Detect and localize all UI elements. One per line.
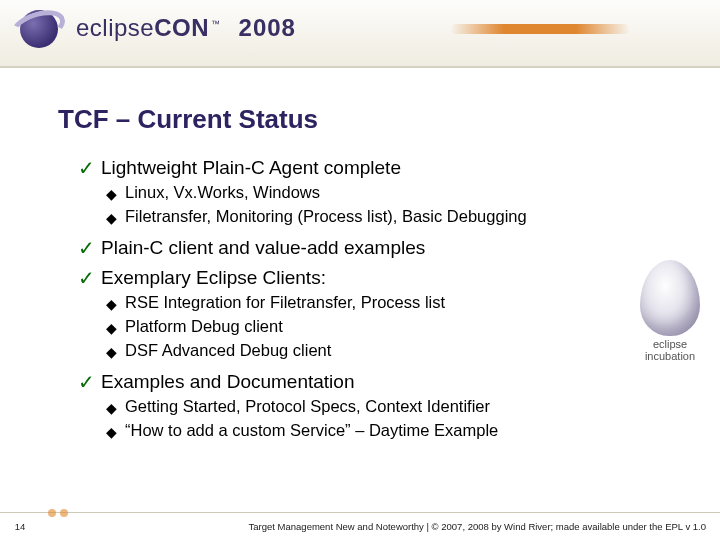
diamond-icon: ◆ bbox=[106, 421, 117, 443]
bullet-text: “How to add a custom Service” – Daytime … bbox=[125, 421, 498, 440]
bullet-l1: ✓ Exemplary Eclipse Clients: bbox=[78, 267, 638, 289]
diamond-icon: ◆ bbox=[106, 317, 117, 339]
slide-footer: 14 Target Management New and Noteworthy … bbox=[0, 512, 720, 540]
bullet-l1: ✓ Plain-C client and value-add examples bbox=[78, 237, 638, 259]
bullet-text: DSF Advanced Debug client bbox=[125, 341, 331, 360]
bullet-text: Filetransfer, Monitoring (Process list),… bbox=[125, 207, 527, 226]
logo-text-plain: eclipse bbox=[76, 14, 154, 41]
bullet-text: Exemplary Eclipse Clients: bbox=[101, 267, 326, 289]
badge-text: eclipse bbox=[634, 338, 706, 350]
slide-title: TCF – Current Status bbox=[58, 104, 720, 135]
diamond-icon: ◆ bbox=[106, 293, 117, 315]
checkmark-icon: ✓ bbox=[78, 371, 95, 393]
trademark-symbol: ™ bbox=[211, 19, 221, 29]
eclipsecon-logo: eclipseCON™ 2008 bbox=[14, 4, 296, 52]
bullet-l2: ◆ RSE Integration for Filetransfer, Proc… bbox=[106, 293, 638, 315]
logo-text-bold: CON bbox=[154, 14, 209, 41]
badge-text: incubation bbox=[634, 350, 706, 362]
slide-header: eclipseCON™ 2008 bbox=[0, 0, 720, 68]
checkmark-icon: ✓ bbox=[78, 157, 95, 179]
bullet-text: Examples and Documentation bbox=[101, 371, 354, 393]
bullet-text: Getting Started, Protocol Specs, Context… bbox=[125, 397, 490, 416]
diamond-icon: ◆ bbox=[106, 341, 117, 363]
bullet-text: Plain-C client and value-add examples bbox=[101, 237, 425, 259]
diamond-icon: ◆ bbox=[106, 397, 117, 419]
diamond-icon: ◆ bbox=[106, 207, 117, 229]
checkmark-icon: ✓ bbox=[78, 237, 95, 259]
bullet-text: Lightweight Plain-C Agent complete bbox=[101, 157, 401, 179]
diamond-icon: ◆ bbox=[106, 183, 117, 205]
bullet-l2: ◆ DSF Advanced Debug client bbox=[106, 341, 638, 363]
incubation-badge: eclipse incubation bbox=[634, 260, 706, 362]
bullet-l2: ◆ Platform Debug client bbox=[106, 317, 638, 339]
bullet-l2: ◆ Filetransfer, Monitoring (Process list… bbox=[106, 207, 638, 229]
bullet-l1: ✓ Lightweight Plain-C Agent complete bbox=[78, 157, 638, 179]
bullet-l2: ◆ Getting Started, Protocol Specs, Conte… bbox=[106, 397, 638, 419]
logo-text: eclipseCON™ bbox=[76, 14, 221, 42]
egg-icon bbox=[640, 260, 700, 336]
header-accent-icon bbox=[450, 24, 630, 34]
eclipse-swirl-icon bbox=[14, 4, 72, 52]
bullet-l1: ✓ Examples and Documentation bbox=[78, 371, 638, 393]
bullet-l2: ◆ “How to add a custom Service” – Daytim… bbox=[106, 421, 638, 443]
page-number: 14 bbox=[0, 521, 40, 532]
footer-dots-icon bbox=[48, 509, 56, 517]
bullet-text: RSE Integration for Filetransfer, Proces… bbox=[125, 293, 445, 312]
bullet-text: Platform Debug client bbox=[125, 317, 283, 336]
footer-text: Target Management New and Noteworthy | ©… bbox=[40, 521, 720, 532]
checkmark-icon: ✓ bbox=[78, 267, 95, 289]
slide-body: ✓ Lightweight Plain-C Agent complete ◆ L… bbox=[78, 157, 638, 443]
bullet-text: Linux, Vx.Works, Windows bbox=[125, 183, 320, 202]
year-label: 2008 bbox=[239, 14, 296, 42]
bullet-l2: ◆ Linux, Vx.Works, Windows bbox=[106, 183, 638, 205]
